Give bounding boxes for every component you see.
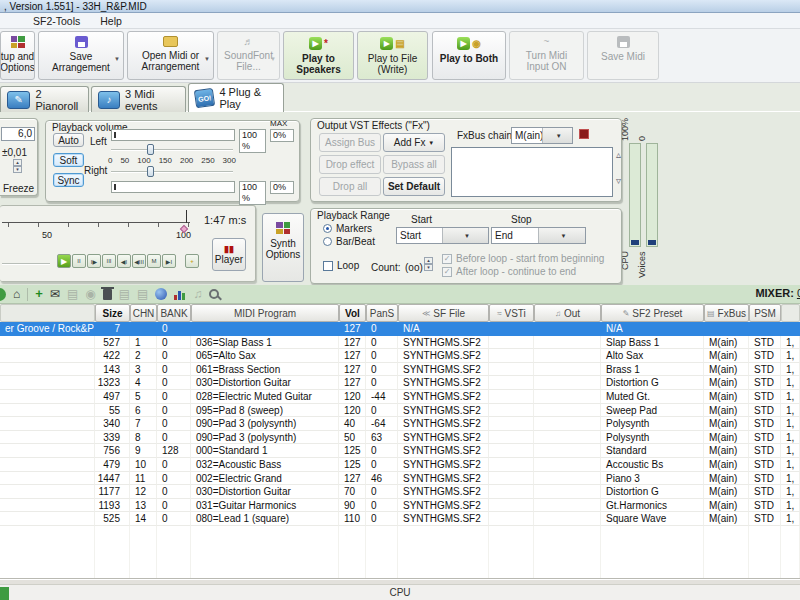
table-row[interactable]: 1447110002=Electric Grand12746SYNTHGMS.S… <box>0 472 800 486</box>
table-row[interactable]: 33980090=Pad 3 (polysynth)5063SYNTHGMS.S… <box>0 431 800 445</box>
loop-checkbox[interactable]: Loop <box>323 260 359 271</box>
home-icon[interactable]: ⌂ <box>13 287 20 301</box>
add-track-icon[interactable]: + <box>35 287 43 301</box>
table-row[interactable]: 34070090=Pad 3 (polysynth)40-64SYNTHGMS.… <box>0 417 800 431</box>
step-forward-button[interactable]: I▶ <box>87 254 101 268</box>
file-icon: ▤ <box>395 38 404 49</box>
save-arrangement-button[interactable]: Save Arrangement▼ <box>38 31 124 80</box>
dropdown-icon[interactable]: ▼ <box>442 228 488 243</box>
menu-help[interactable]: Help <box>100 15 122 27</box>
table-row[interactable]: 42220065=Alto Sax1270SYNTHGMS.SF2Alto Sa… <box>0 349 800 363</box>
column-header-preset[interactable]: ✎SF2 Preset <box>601 304 704 322</box>
tab-midi-events[interactable]: ♪3 Midi events <box>91 86 186 112</box>
loop-window-button[interactable]: + <box>185 254 199 268</box>
spin-down-icon[interactable]: ▾ <box>424 264 433 271</box>
fx-move-up-icon[interactable]: ▵ <box>616 149 621 160</box>
table-row[interactable]: 1193130031=Guitar Harmonics900SYNTHGMS.S… <box>0 499 800 513</box>
cell-sf_file: SYNTHGMS.SF2 <box>398 404 489 418</box>
tab-plug-and-play[interactable]: GO!4 Plug & Play <box>188 83 284 112</box>
soft-button[interactable]: Soft <box>53 153 84 167</box>
cell-sf_file: SYNTHGMS.SF2 <box>398 472 489 486</box>
title-bar[interactable]: , Version 1.551] - 33H_R&P.MID <box>0 0 800 13</box>
cell-extra: 1, <box>781 458 800 472</box>
column-header-vsti[interactable]: ≈VSTi <box>489 304 534 322</box>
column-header-fxbus[interactable]: ▤FxBus <box>704 304 749 322</box>
table-row[interactable]: 479100032=Acoustic Bass1250SYNTHGMS.SF2A… <box>0 458 800 472</box>
table-row[interactable]: 5560095=Pad 8 (sweep)1200SYNTHGMS.SF2Swe… <box>0 404 800 418</box>
cell-name <box>0 417 95 431</box>
cell-bank: 0 <box>157 458 191 472</box>
record-icon[interactable] <box>0 288 6 301</box>
column-header-program[interactable]: MIDI Program <box>191 304 339 322</box>
right-slider-handle[interactable] <box>147 166 154 177</box>
table-row[interactable]: 14330061=Brass Section1270SYNTHGMS.SF2Br… <box>0 363 800 377</box>
marker-button[interactable]: M <box>147 254 161 268</box>
table-row-selected[interactable]: er Groove / Rock&Pop701270N/AN/A <box>0 322 800 336</box>
web-icon[interactable] <box>155 288 167 300</box>
fxbus-chain-select[interactable]: M(ain)▼ <box>511 127 573 144</box>
table-row[interactable]: 49750028=Electric Muted Guitar120-44SYNT… <box>0 390 800 404</box>
column-header-chn[interactable]: CHN <box>130 304 157 322</box>
left-slider-handle[interactable] <box>147 144 154 155</box>
bar-beat-radio[interactable]: Bar/Beat <box>323 236 375 247</box>
start-select[interactable]: Start▼ <box>396 227 489 244</box>
column-header-size[interactable]: Size <box>95 304 130 322</box>
statistics-icon[interactable] <box>174 289 186 300</box>
play-button1[interactable]: ▶ <box>57 254 71 268</box>
step-back-button[interactable]: ◀I <box>117 254 131 268</box>
search-doc-icon[interactable] <box>209 289 219 299</box>
table-row[interactable]: 132340030=Distortion Guitar1270SYNTHGMS.… <box>0 376 800 390</box>
dropdown-icon[interactable]: ▼ <box>204 56 210 62</box>
table-row[interactable]: 7569128000=Standard 11250SYNTHGMS.SF2Sta… <box>0 444 800 458</box>
spin-up-icon[interactable]: ▴ <box>13 159 22 166</box>
fx-grid-icon[interactable] <box>579 129 589 139</box>
setup-options-button[interactable]: tup and Options <box>0 31 35 80</box>
fx-move-down-icon[interactable]: ▿ <box>616 175 621 186</box>
column-header-vol[interactable]: Vol <box>339 304 366 322</box>
spin-down-icon[interactable]: ▾ <box>13 166 22 173</box>
dropdown-icon[interactable]: ▼ <box>114 56 120 62</box>
tempo-spinner[interactable]: ▴▾ <box>13 159 22 173</box>
table-row[interactable]: 1177120030=Distortion Guitar700SYNTHGMS.… <box>0 485 800 499</box>
add-fx-button[interactable]: Add Fx ▼ <box>383 133 445 152</box>
right-volume-slider[interactable] <box>111 171 233 173</box>
left-volume-slider[interactable] <box>111 149 233 151</box>
fx-chain-list[interactable] <box>451 147 613 197</box>
stop-select[interactable]: End▼ <box>491 227 586 244</box>
column-header-pan[interactable]: PanS <box>366 304 398 322</box>
set-default-button[interactable]: Set Default <box>383 177 445 196</box>
play-to-file-button[interactable]: ▶▤Play to File (Write) <box>357 31 428 80</box>
play-to-both-button[interactable]: ▶◉Play to Both <box>432 31 506 80</box>
column-header-sf_file[interactable]: ≪SF File <box>398 304 489 322</box>
fast-forward-button[interactable]: III <box>102 254 116 268</box>
column-header-bank[interactable]: BANK <box>157 304 191 322</box>
auto-button[interactable]: Auto <box>53 133 84 147</box>
menu-sf2-tools[interactable]: SF2-Tools <box>33 15 80 27</box>
column-header-psm[interactable]: PSM <box>749 304 781 322</box>
column-header-out[interactable]: ♫Out <box>534 304 601 322</box>
markers-radio[interactable]: Markers <box>323 223 372 234</box>
dropdown-icon[interactable]: ▼ <box>538 228 585 243</box>
freeze-label[interactable]: Freeze <box>3 183 34 194</box>
table-row[interactable]: 525140080=Lead 1 (square)1100SYNTHGMS.SF… <box>0 512 800 526</box>
dropdown-icon[interactable]: ▼ <box>542 128 573 143</box>
pause-button[interactable]: II <box>72 254 86 268</box>
bottom-splitter[interactable] <box>0 578 800 585</box>
player-button[interactable]: ▮▮Player <box>212 238 246 271</box>
rewind-button[interactable]: ◀III <box>132 254 146 268</box>
mini-slider[interactable] <box>2 263 50 265</box>
spin-up-icon[interactable]: ▴ <box>424 257 433 264</box>
delete-icon[interactable] <box>103 289 112 300</box>
synth-options-button[interactable]: Synth Options <box>262 213 304 282</box>
play-to-speakers-button[interactable]: ▶*Play to Speakers <box>283 31 354 80</box>
cell-vol: 127 <box>339 363 366 377</box>
open-midi-button[interactable]: Open Midi or Arrangement▼ <box>127 31 214 80</box>
tempo-field[interactable]: 6,0 <box>1 127 35 141</box>
export-icon[interactable]: ✉ <box>50 287 60 301</box>
mixer-link[interactable]: MIXER:0 <box>755 287 800 299</box>
sync-button[interactable]: Sync <box>53 173 84 187</box>
to-end-button[interactable]: ▶I <box>162 254 176 268</box>
tab-pianoroll[interactable]: ✎2 Pianoroll <box>0 86 89 112</box>
count-spinner[interactable]: ▴▾ <box>424 257 433 271</box>
table-row[interactable]: 52710036=Slap Bass 11270SYNTHGMS.SF2Slap… <box>0 336 800 350</box>
